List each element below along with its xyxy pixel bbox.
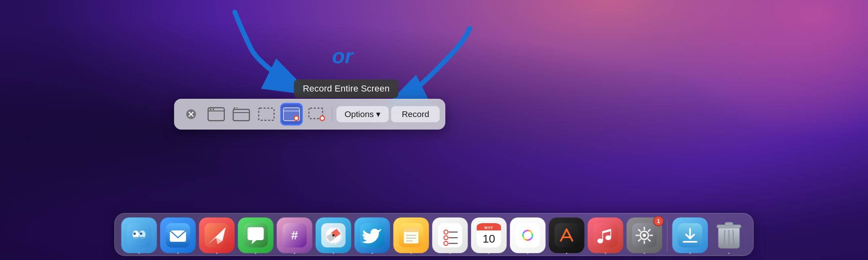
dock-item-messages[interactable] [238,217,274,253]
svg-point-23 [139,230,146,239]
svg-point-8 [213,109,214,110]
dock: # [115,213,754,256]
downloads-icon [678,223,702,247]
svg-point-17 [295,117,298,120]
svg-rect-21 [127,223,151,247]
music-icon [594,223,618,247]
safari-icon [321,223,346,247]
svg-text:10: 10 [483,232,495,245]
dock-item-music[interactable] [588,217,623,253]
svg-rect-69 [555,223,579,247]
record-selection-button[interactable] [305,103,328,126]
trash-icon [715,219,743,251]
record-selection-icon [308,107,326,121]
reminders-icon [438,223,462,247]
notes-icon [399,223,423,247]
dock-item-trash[interactable] [711,217,747,253]
tooltip-text: Record Entire Screen [303,83,389,94]
dock-item-safari[interactable] [316,217,351,253]
record-entire-screen-tooltip: Record Entire Screen [294,79,398,98]
pixelmator-icon [555,223,579,247]
record-button[interactable]: Record [391,106,440,122]
spark-icon [205,223,229,247]
svg-point-20 [321,117,324,120]
dock-item-twitter[interactable] [355,217,390,253]
options-label: Options [345,109,374,119]
svg-point-25 [140,232,143,235]
svg-rect-13 [259,108,274,120]
toolbar-divider [332,106,332,122]
chevron-down-icon: ▾ [376,109,381,119]
dock-item-pixelmator[interactable] [549,217,585,253]
screenshot-portion-icon [232,107,250,121]
record-label: Record [402,109,429,119]
dock-divider [667,219,668,251]
photos-icon [516,223,540,247]
screenshot-selection-icon [257,107,275,121]
messages-icon [244,223,268,247]
close-button[interactable] [180,103,202,126]
dock-item-finder[interactable] [121,217,157,253]
dock-item-mail[interactable] [160,217,196,253]
record-entire-screen-button[interactable] [280,103,303,126]
dock-item-spark[interactable] [199,217,235,253]
options-button[interactable]: Options ▾ [336,106,389,122]
svg-point-24 [134,232,136,235]
svg-point-7 [210,109,211,110]
svg-rect-87 [725,222,733,226]
close-icon [185,109,197,120]
screenshot-window-button[interactable] [205,103,228,126]
svg-rect-28 [205,223,229,247]
dock-item-downloads[interactable] [672,217,708,253]
screenshot-toolbar: Options ▾ Record [174,99,445,130]
svg-rect-9 [233,109,249,121]
svg-point-73 [643,234,646,237]
record-entire-screen-icon [283,107,300,121]
twitter-icon [360,223,385,247]
svg-rect-70 [594,223,618,247]
svg-point-22 [133,230,139,239]
dock-item-system-preferences[interactable]: 1 [627,217,662,253]
svg-point-41 [332,234,335,237]
mail-icon [166,223,190,247]
svg-rect-45 [404,228,419,232]
slack-icon: # [283,223,307,247]
dock-item-reminders[interactable] [432,217,468,253]
svg-point-68 [524,231,532,239]
system-preferences-badge: 1 [653,216,664,226]
screenshot-portion-button[interactable] [230,103,253,126]
dock-item-notes[interactable] [394,217,429,253]
dock-item-calendar[interactable]: MAY 10 [471,217,507,253]
screenshot-window-icon [207,107,225,121]
screenshot-selection-button[interactable] [255,103,278,126]
dock-item-photos[interactable] [510,217,546,253]
svg-text:#: # [291,228,298,242]
system-preferences-icon [632,223,657,247]
finder-icon [127,223,151,247]
calendar-icon: MAY 10 [477,223,501,247]
dock-item-slack[interactable]: # [277,217,313,253]
svg-text:MAY: MAY [484,226,493,230]
